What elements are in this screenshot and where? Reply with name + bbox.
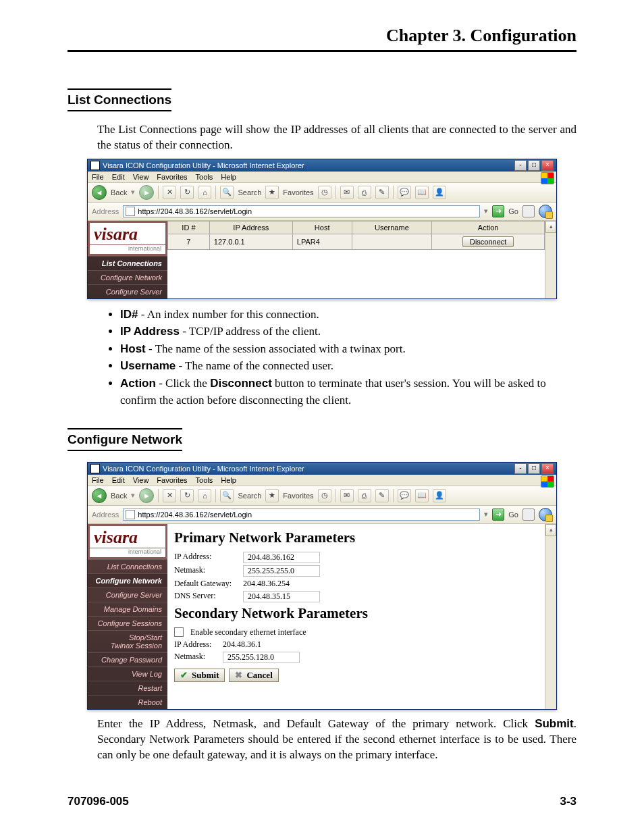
history-icon[interactable]: ◷ bbox=[318, 186, 331, 199]
menu-favorites[interactable]: Favorites bbox=[157, 476, 187, 484]
address-bar: Address https://204.48.36.162/servlet/Lo… bbox=[88, 506, 556, 524]
go-icon[interactable]: ➜ bbox=[492, 509, 504, 521]
messenger-icon[interactable]: 👤 bbox=[433, 186, 446, 199]
sidebar-item-change-password[interactable]: Change Password bbox=[88, 652, 167, 667]
menu-view[interactable]: View bbox=[133, 476, 149, 484]
input-secondary-mask[interactable]: 255.255.128.0 bbox=[223, 652, 300, 663]
menu-help[interactable]: Help bbox=[221, 173, 236, 181]
refresh-icon[interactable]: ↻ bbox=[180, 186, 194, 199]
col-username: Username bbox=[352, 221, 432, 234]
main-list-connections: ID # IP Address Host Username Action 7 1… bbox=[167, 221, 545, 298]
research-icon[interactable]: 📖 bbox=[415, 489, 429, 502]
page-icon bbox=[126, 510, 135, 519]
favorites-label[interactable]: Favorites bbox=[283, 188, 313, 197]
sidebar-item-manage-domains[interactable]: Manage Domains bbox=[88, 602, 167, 616]
body-net-pre: Enter the IP Address, Netmask, and Defau… bbox=[97, 717, 535, 730]
home-icon[interactable]: ⌂ bbox=[198, 186, 211, 199]
address-input[interactable]: https://204.48.36.162/servlet/Login bbox=[123, 509, 480, 521]
forward-icon[interactable]: ► bbox=[139, 185, 154, 200]
address-label: Address bbox=[92, 207, 119, 215]
sidebar-item-view-log[interactable]: View Log bbox=[88, 667, 167, 681]
favorites-icon[interactable]: ★ bbox=[265, 489, 279, 502]
history-icon[interactable]: ◷ bbox=[318, 489, 331, 502]
window-minimize-icon[interactable]: - bbox=[514, 463, 527, 474]
forward-icon[interactable]: ► bbox=[139, 488, 154, 503]
discuss-icon[interactable]: 💬 bbox=[398, 489, 411, 502]
menu-file[interactable]: File bbox=[92, 173, 104, 181]
search-icon[interactable]: 🔍 bbox=[220, 489, 234, 502]
back-label[interactable]: Back bbox=[111, 188, 127, 197]
sidebar-item-list-connections[interactable]: List Connections bbox=[88, 559, 167, 573]
edit-icon[interactable]: ✎ bbox=[375, 186, 389, 199]
menu-tools[interactable]: Tools bbox=[196, 476, 213, 484]
field-definitions: ID# - An index number for this connectio… bbox=[108, 306, 576, 409]
favorites-label[interactable]: Favorites bbox=[283, 492, 313, 500]
stop-icon[interactable]: ✕ bbox=[163, 186, 176, 199]
sidebar-item-configure-server[interactable]: Configure Server bbox=[88, 284, 167, 298]
mail-icon[interactable]: ✉ bbox=[340, 186, 354, 199]
submit-button[interactable]: ✔ Submit bbox=[174, 669, 225, 682]
discuss-icon[interactable]: 💬 bbox=[398, 186, 411, 199]
heading-list-connections: List Connections bbox=[68, 88, 171, 111]
sidebar-item-configure-server[interactable]: Configure Server bbox=[88, 588, 167, 602]
address-input[interactable]: https://204.48.36.162/servlet/Login bbox=[123, 205, 480, 217]
favorites-icon[interactable]: ★ bbox=[265, 186, 279, 199]
links-icon[interactable] bbox=[522, 509, 535, 521]
back-icon[interactable]: ◄ bbox=[92, 185, 107, 200]
input-primary-dns[interactable]: 204.48.35.15 bbox=[243, 591, 320, 602]
menu-view[interactable]: View bbox=[133, 173, 149, 181]
mail-icon[interactable]: ✉ bbox=[340, 489, 354, 502]
windows-flag-icon bbox=[541, 172, 554, 184]
sidebar-item-configure-sessions[interactable]: Configure Sessions bbox=[88, 616, 167, 630]
search-label[interactable]: Search bbox=[238, 492, 261, 500]
sidebar-item-configure-network[interactable]: Configure Network bbox=[88, 573, 167, 588]
search-label[interactable]: Search bbox=[238, 188, 261, 197]
sidebar-item-list-connections[interactable]: List Connections bbox=[88, 256, 167, 270]
sidebar-item-restart[interactable]: Restart bbox=[88, 681, 167, 695]
scrollbar[interactable]: ▴ bbox=[545, 524, 556, 709]
search-icon[interactable]: 🔍 bbox=[220, 186, 234, 199]
sidebar-item-stop-start-twinax[interactable]: Stop/Start Twinax Session bbox=[88, 630, 167, 652]
menu-file[interactable]: File bbox=[92, 476, 104, 484]
value-secondary-ip: 204.48.36.1 bbox=[223, 640, 261, 650]
scroll-up-icon[interactable]: ▴ bbox=[545, 221, 556, 233]
messenger-icon[interactable]: 👤 bbox=[433, 489, 446, 502]
window-maximize-icon[interactable]: □ bbox=[528, 463, 540, 474]
home-icon[interactable]: ⌂ bbox=[198, 489, 211, 502]
go-label[interactable]: Go bbox=[508, 511, 518, 519]
input-primary-ip[interactable]: 204.48.36.162 bbox=[243, 552, 320, 563]
refresh-icon[interactable]: ↻ bbox=[180, 489, 194, 502]
visara-logo: visara bbox=[88, 524, 167, 548]
go-icon[interactable]: ➜ bbox=[492, 205, 504, 217]
window-close-icon[interactable]: × bbox=[541, 463, 554, 474]
links-icon[interactable] bbox=[522, 205, 535, 217]
go-label[interactable]: Go bbox=[508, 207, 518, 215]
scrollbar[interactable]: ▴ bbox=[545, 221, 556, 298]
back-icon[interactable]: ◄ bbox=[92, 488, 107, 503]
menu-tools[interactable]: Tools bbox=[196, 173, 213, 181]
stop-icon[interactable]: ✕ bbox=[163, 489, 176, 502]
print-icon[interactable]: ⎙ bbox=[358, 489, 371, 502]
window-minimize-icon[interactable]: - bbox=[514, 160, 527, 171]
main-configure-network: Primary Network Parameters IP Address: 2… bbox=[167, 524, 545, 709]
scroll-up-icon[interactable]: ▴ bbox=[545, 524, 556, 536]
print-icon[interactable]: ⎙ bbox=[358, 186, 371, 199]
menu-help[interactable]: Help bbox=[221, 476, 236, 484]
back-label[interactable]: Back bbox=[111, 492, 127, 500]
cell-host: LPAR4 bbox=[292, 234, 352, 249]
menu-edit[interactable]: Edit bbox=[112, 173, 125, 181]
input-primary-mask[interactable]: 255.255.255.0 bbox=[243, 565, 320, 577]
window-close-icon[interactable]: × bbox=[541, 160, 554, 171]
cell-ip: 127.0.0.1 bbox=[209, 234, 292, 249]
research-icon[interactable]: 📖 bbox=[415, 186, 429, 199]
toolbar: ◄ Back ▾ ► ✕ ↻ ⌂ 🔍 Search ★ Favorites ◷ … bbox=[88, 183, 556, 203]
cancel-button[interactable]: ✖ Cancel bbox=[229, 669, 278, 682]
sidebar-item-reboot[interactable]: Reboot bbox=[88, 695, 167, 709]
checkbox-enable-secondary[interactable] bbox=[174, 627, 184, 637]
disconnect-button[interactable]: Disconnect bbox=[462, 236, 514, 247]
edit-icon[interactable]: ✎ bbox=[375, 489, 389, 502]
menu-edit[interactable]: Edit bbox=[112, 476, 125, 484]
menu-favorites[interactable]: Favorites bbox=[157, 173, 187, 181]
sidebar-item-configure-network[interactable]: Configure Network bbox=[88, 270, 167, 284]
window-maximize-icon[interactable]: □ bbox=[528, 160, 540, 171]
